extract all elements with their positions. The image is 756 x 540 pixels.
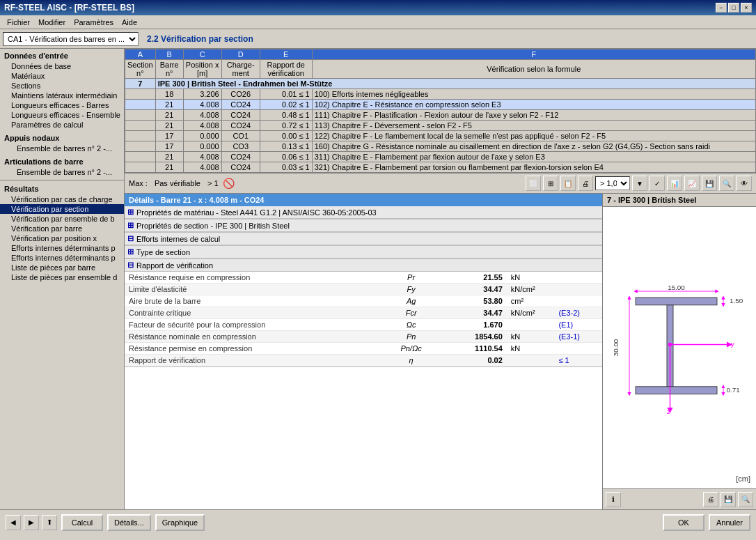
- table-row[interactable]: 17 0.000 CO1 0.00 ≤ 1 122) Chapitre F - …: [125, 131, 756, 141]
- diagram-zoom-btn[interactable]: 🔍: [738, 492, 753, 507]
- table-row[interactable]: 21 4.008 CO24 0.06 ≤ 1 311) Chapitre E -…: [125, 152, 756, 162]
- cell-position: 4.008: [183, 100, 221, 110]
- sidebar-results-section: Résultats Vérification par cas de charge…: [0, 182, 124, 284]
- detail-value: 1110.54: [435, 343, 507, 355]
- max-value: Pas vérifiable: [155, 179, 200, 187]
- toolbar-btn-4[interactable]: 🖨: [578, 176, 593, 191]
- toolbar-btn-1[interactable]: ⬜: [526, 176, 541, 191]
- menu-aide[interactable]: Aide: [118, 17, 141, 28]
- minimize-button[interactable]: −: [716, 3, 727, 13]
- zoom-dropdown[interactable]: > 1,0: [595, 176, 630, 190]
- col-barre-header: Barre n°: [155, 60, 183, 79]
- toolbar-btn-7[interactable]: 📈: [684, 176, 700, 191]
- sidebar-artic-header: Articulations de barre: [0, 156, 124, 167]
- detail-ref: [554, 295, 602, 307]
- col-a: A: [125, 49, 156, 60]
- max-label: Max :: [129, 179, 148, 187]
- cell-position: 3.206: [183, 89, 221, 100]
- menu-parametres[interactable]: Paramètres: [70, 17, 118, 28]
- details-row: Facteur de sécurité pour la compression …: [125, 319, 602, 331]
- sidebar-item-nodal-ensemble[interactable]: Ensemble de barres n° 2 -...: [0, 144, 124, 153]
- sidebar-item-longueurs-barres[interactable]: Longueurs efficaces - Barres: [0, 100, 124, 110]
- diagram-print-btn[interactable]: 🖨: [703, 492, 718, 507]
- toolbar-btn-9[interactable]: 🔍: [719, 176, 734, 191]
- toolbar-btn-check[interactable]: ✓: [649, 176, 665, 191]
- details-section-header[interactable]: ⊞ Propriétés de section - IPE 300 | Brit…: [125, 219, 602, 232]
- cell-rapport: 0.01 ≤ 1: [260, 89, 312, 100]
- cell-position: 4.008: [183, 110, 221, 121]
- ok-button[interactable]: OK: [663, 514, 704, 531]
- sidebar-item-donnees[interactable]: Données de base: [0, 61, 124, 71]
- detail-ref: (E3-2): [554, 307, 602, 319]
- sidebar-nodal-section: Appuis nodaux Ensemble de barres n° 2 -.…: [0, 131, 124, 155]
- col-charge-header: Charge-ment: [221, 60, 260, 79]
- calc-button[interactable]: Calcul: [61, 514, 103, 531]
- details-type-header[interactable]: ⊞ Type de section: [125, 246, 602, 259]
- details-button[interactable]: Détails...: [107, 514, 151, 531]
- nav-btn-2[interactable]: ▶: [24, 515, 39, 530]
- details-panel: Détails - Barre 21 - x : 4.008 m - CO24 …: [125, 194, 603, 509]
- sidebar-item-verif-position[interactable]: Vérification par position x: [0, 233, 124, 243]
- cell-section: [125, 89, 156, 100]
- details-material-header[interactable]: ⊞ Propriétés de matériau - Steel A441 G1…: [125, 206, 602, 219]
- sidebar-item-verif-cas[interactable]: Vérification par cas de charge: [0, 194, 124, 204]
- details-rapport-table: Résistance requise en compression Pr 21.…: [125, 272, 602, 367]
- sidebar-nodal-header: Appuis nodaux: [0, 132, 124, 144]
- toolbar-btn-10[interactable]: 👁: [737, 176, 752, 191]
- table-row[interactable]: 21 4.008 CO24 0.03 ≤ 1 321) Chapitre E -…: [125, 162, 756, 173]
- cell-position: 0.000: [183, 141, 221, 152]
- diagram-save-btn[interactable]: 💾: [720, 492, 736, 507]
- toolbar-btn-3[interactable]: 📋: [560, 176, 576, 191]
- sidebar-divider: [0, 180, 124, 180]
- table-row[interactable]: 18 3.206 CO26 0.01 ≤ 1 100) Efforts inte…: [125, 89, 756, 100]
- table-row[interactable]: 21 4.008 CO24 0.02 ≤ 1 102) Chapitre E -…: [125, 100, 756, 110]
- toolbar-btn-5[interactable]: ▼: [632, 176, 647, 191]
- diagram-info-btn[interactable]: ℹ: [606, 492, 621, 507]
- sidebar-item-maintiens[interactable]: Maintiens latéraux intermédiain: [0, 91, 124, 100]
- details-section-section: ⊞ Propriétés de section - IPE 300 | Brit…: [125, 219, 602, 233]
- table-row-group[interactable]: 7 IPE 300 | British Steel - Endrahmen be…: [125, 79, 756, 89]
- expand-icon-type: ⊞: [127, 247, 134, 256]
- nav-btn-3[interactable]: ⬆: [42, 515, 57, 530]
- maximize-button[interactable]: □: [728, 3, 739, 13]
- toolbar-btn-6[interactable]: 📊: [667, 176, 682, 191]
- menu-modifier[interactable]: Modifier: [34, 17, 70, 28]
- table-row[interactable]: 21 4.008 CO24 0.48 ≤ 1 111) Chapitre F -…: [125, 110, 756, 121]
- col-c: C: [183, 49, 221, 60]
- sidebar-item-liste-barre[interactable]: Liste de pièces par barre: [0, 263, 124, 272]
- details-row: Rapport de vérification η 0.02 ≤ 1: [125, 355, 602, 367]
- detail-unit: kN/cm²: [507, 307, 555, 319]
- cell-barre: 17: [155, 141, 183, 152]
- sidebar-item-longueurs-ensemble[interactable]: Longueurs efficaces - Ensemble: [0, 110, 124, 120]
- sidebar-item-verif-ensemble[interactable]: Vérification par ensemble de b: [0, 214, 124, 224]
- graphique-button[interactable]: Graphique: [155, 514, 205, 531]
- sidebar-item-liste-ensemble[interactable]: Liste de pièces par ensemble d: [0, 272, 124, 282]
- details-rapport-header[interactable]: ⊟ Rapport de vérification: [125, 259, 602, 272]
- content-area: A B C D E F Section n° Barre n° Position…: [125, 49, 756, 509]
- table-row[interactable]: 17 0.000 CO3 0.13 ≤ 1 160) Chapitre G - …: [125, 141, 756, 152]
- diagram-header: 7 - IPE 300 | British Steel: [603, 194, 756, 207]
- svg-text:30.00: 30.00: [612, 339, 620, 356]
- sidebar-results-header: Résultats: [0, 183, 124, 194]
- sidebar-item-efforts-p2[interactable]: Efforts internes déterminants p: [0, 253, 124, 263]
- sidebar-item-verif-section[interactable]: Vérification par section: [0, 204, 124, 214]
- close-button[interactable]: ×: [741, 3, 752, 13]
- nav-btn-1[interactable]: ◀: [6, 515, 21, 530]
- table-row[interactable]: 21 4.008 CO24 0.72 ≤ 1 113) Chapitre F -…: [125, 121, 756, 131]
- sidebar-item-efforts-p1[interactable]: Efforts internes déterminants p: [0, 243, 124, 253]
- details-internal-header[interactable]: ⊟ Efforts internes de calcul: [125, 233, 602, 245]
- toolbar-btn-8[interactable]: 💾: [702, 176, 717, 191]
- expand-icon-section: ⊞: [127, 221, 134, 230]
- sidebar-item-materiaux[interactable]: Matériaux: [0, 71, 124, 81]
- col-f: F: [312, 49, 755, 60]
- sidebar-item-sections[interactable]: Sections: [0, 81, 124, 91]
- menu-fichier[interactable]: Fichier: [3, 17, 34, 28]
- sidebar-item-verif-barre[interactable]: Vérification par barre: [0, 224, 124, 233]
- annuler-button[interactable]: Annuler: [709, 514, 750, 531]
- diagram-footer: ℹ 🖨 💾 🔍: [603, 488, 756, 509]
- case-dropdown[interactable]: CA1 - Vérification des barres en ...: [3, 32, 139, 46]
- col-position-header: Position x [m]: [183, 60, 221, 79]
- sidebar-item-artic-ensemble[interactable]: Ensemble de barres n° 2 -...: [0, 167, 124, 177]
- sidebar-item-parametres[interactable]: Paramètres de calcul: [0, 120, 124, 130]
- toolbar-btn-2[interactable]: ⊞: [543, 176, 558, 191]
